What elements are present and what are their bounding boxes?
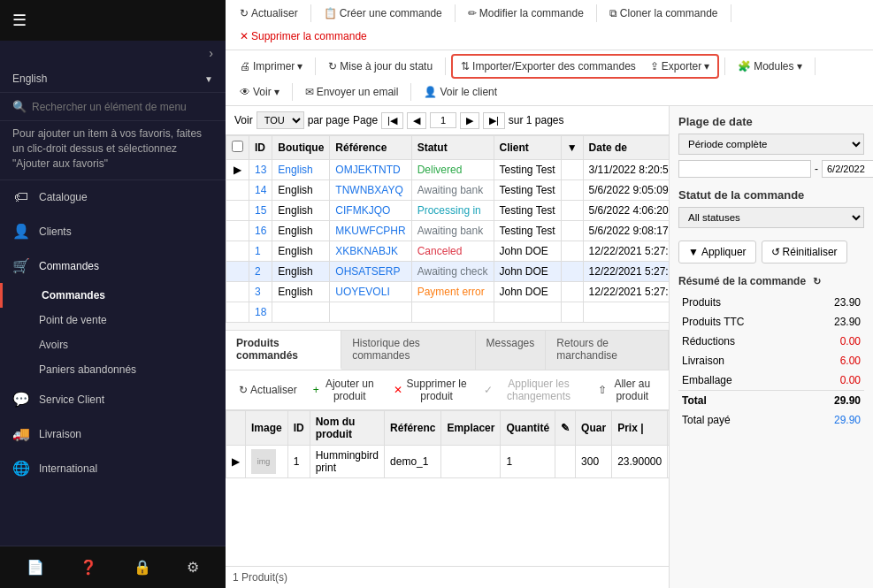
voir-client-button[interactable]: 👤 Voir le client <box>417 82 504 102</box>
actualiser-button[interactable]: ↻ Actualiser <box>233 4 305 23</box>
reinitialiser-button[interactable]: ↺ Réinitialiser <box>762 241 847 263</box>
import-export-group: ⇅ Importer/Exporter des commandes ⇪ Expo… <box>451 54 719 79</box>
sidebar-sub-avoirs[interactable]: Avoirs <box>0 332 226 357</box>
statut-select[interactable]: All statuses <box>678 207 864 228</box>
prev-page-button[interactable]: ◀ <box>407 112 426 129</box>
table-row[interactable]: 18 <box>226 302 670 323</box>
summary-total-row: Total 29.90 <box>678 391 864 411</box>
document-icon[interactable]: 📄 <box>19 555 51 579</box>
mise-a-jour-button[interactable]: ↻ Mise à jour du statu <box>321 57 440 76</box>
aller-produit-button[interactable]: ⇧ Aller au produit <box>592 375 662 405</box>
tab-historique-commandes[interactable]: Historique des commandes <box>341 331 475 370</box>
summary-row: Réductions 0.00 <box>678 332 864 351</box>
imprimer-button[interactable]: 🖨 Imprimer ▾ <box>233 57 310 76</box>
sidebar-item-clients[interactable]: 👤 Clients <box>0 214 226 248</box>
expand-icon[interactable]: ▶ <box>234 164 241 176</box>
boutique-cell: English <box>278 225 312 237</box>
table-row[interactable]: 1 English XKBKNABJK Canceled John DOE 12… <box>226 241 670 262</box>
product-ref-cell: demo_1 <box>385 446 441 478</box>
hamburger-icon[interactable]: ☰ <box>12 11 27 30</box>
sidebar-item-label: Commandes <box>39 260 99 272</box>
select-all-checkbox[interactable] <box>232 141 243 152</box>
tab-produits-commandes[interactable]: Produits commandés <box>226 331 341 370</box>
order-id-link[interactable]: 14 <box>255 184 266 196</box>
first-page-button[interactable]: |◀ <box>381 112 403 129</box>
voir-button[interactable]: 👁 Voir ▾ <box>233 82 287 102</box>
sidebar-sub-commandes[interactable]: Commandes <box>0 283 226 308</box>
order-id-link[interactable]: 1 <box>255 245 261 257</box>
separator <box>445 57 446 75</box>
supprimer-produit-button[interactable]: ✕ Supprimer le produit <box>387 375 475 405</box>
creer-commande-button[interactable]: 📋 Créer une commande <box>317 4 449 23</box>
products-table-container: Image ID Nom du produit Référenc Emplace… <box>226 410 669 566</box>
periode-select[interactable]: Période complète <box>678 134 864 155</box>
order-id-link[interactable]: 18 <box>255 306 266 318</box>
next-page-button[interactable]: ▶ <box>460 112 479 129</box>
table-row[interactable]: 2 English OHSATSERP Awaiting check John … <box>226 262 670 282</box>
sidebar-item-commandes[interactable]: 🛒 Commandes <box>0 248 226 283</box>
sidebar-item-service-client[interactable]: 💬 Service Client <box>0 382 226 416</box>
sidebar-header: ☰ <box>0 0 226 41</box>
sidebar-item-livraison[interactable]: 🚚 Livraison <box>0 416 226 451</box>
per-page-select[interactable]: TOU <box>257 111 304 129</box>
filter-icon[interactable]: ▼ <box>561 136 583 160</box>
client-cell: John DOE <box>500 286 548 298</box>
date-cell: 5/6/2022 9:05:09 AM <box>589 184 669 196</box>
modules-button[interactable]: 🧩 Modules ▾ <box>731 57 808 76</box>
appliquer-changements-button[interactable]: ✓ Appliquer les changements <box>478 375 587 405</box>
sidebar-sub-point-de-vente[interactable]: Point de vente <box>0 308 226 332</box>
envoyer-email-button[interactable]: ✉ Envoyer un email <box>298 82 406 102</box>
cloner-commande-button[interactable]: ⧉ Cloner la commande <box>602 4 725 23</box>
supprimer-commande-button[interactable]: ✕ Supprimer la commande <box>233 27 374 46</box>
order-id-link[interactable]: 2 <box>255 265 261 278</box>
product-actualiser-button[interactable]: ↻ Actualiser <box>233 381 303 399</box>
search-input[interactable] <box>32 101 213 113</box>
status-cell: Delivered <box>417 164 463 176</box>
reference-cell[interactable]: UOYEVOLI <box>335 286 389 298</box>
order-id-link[interactable]: 13 <box>255 164 266 176</box>
tab-retours-marchandise[interactable]: Retours de marchandise <box>546 331 669 370</box>
order-id-link[interactable]: 16 <box>255 225 266 237</box>
date-from-input[interactable] <box>678 160 811 178</box>
chevron-icon[interactable]: › <box>209 46 213 60</box>
reference-cell[interactable]: OMJEKTNTD <box>335 164 400 176</box>
last-page-button[interactable]: ▶| <box>483 112 505 129</box>
resume-refresh-icon[interactable]: ↻ <box>813 276 821 286</box>
status-cell: Awaiting bank <box>417 184 484 196</box>
appliquer-button[interactable]: ▼ Appliquer <box>678 241 756 263</box>
table-row[interactable]: 16 English MKUWFCPHR Awaiting bank Testi… <box>226 221 670 241</box>
table-row[interactable]: 3 English UOYEVOLI Payment error John DO… <box>226 282 670 302</box>
importer-exporter-button[interactable]: ⇅ Importer/Exporter des commandes <box>454 57 643 76</box>
date-to-input[interactable] <box>822 160 873 178</box>
reference-cell[interactable]: MKUWFCPHR <box>335 225 405 237</box>
reference-cell[interactable]: CIFMKJQO <box>335 204 390 217</box>
date-cell: 5/6/2022 4:06:20 PM <box>589 204 669 217</box>
sidebar-language[interactable]: English ▼ <box>0 65 226 93</box>
sidebar-item-catalogue[interactable]: 🏷 Catalogue <box>0 180 226 214</box>
order-id-link[interactable]: 3 <box>255 286 261 298</box>
table-row[interactable]: ▶ 13 English OMJEKTNTD Delivered Testing… <box>226 160 670 180</box>
import-export-icon: ⇅ <box>461 60 470 73</box>
view-icon: 👁 <box>240 86 250 98</box>
product-row[interactable]: ▶ img 1 Hummingbird print demo_1 1 300 2 <box>226 446 670 478</box>
boutique-cell: English <box>278 184 312 196</box>
ajouter-produit-button[interactable]: + Ajouter un produit <box>307 375 384 405</box>
boutique-cell: English <box>278 245 312 257</box>
reference-cell[interactable]: OHSATSERP <box>335 265 400 278</box>
page-input[interactable] <box>430 112 456 128</box>
order-id-link[interactable]: 15 <box>255 204 266 217</box>
reference-cell[interactable]: TNWNBXAYQ <box>335 184 402 196</box>
lock-icon[interactable]: 🔒 <box>126 555 158 579</box>
help-icon[interactable]: ❓ <box>73 555 104 579</box>
reference-cell[interactable]: XKBKNABJK <box>335 245 398 257</box>
exporter-button[interactable]: ⇪ Exporter ▾ <box>643 57 716 76</box>
tab-messages[interactable]: Messages <box>476 331 547 370</box>
table-row[interactable]: 15 English CIFMKJQO Processing in Testin… <box>226 201 670 221</box>
settings-icon[interactable]: ⚙ <box>180 555 206 579</box>
expand-icon[interactable]: ▶ <box>232 455 240 468</box>
table-row[interactable]: 14 English TNWNBXAYQ Awaiting bank Testi… <box>226 180 670 201</box>
modifier-commande-button[interactable]: ✏ Modifier la commande <box>461 4 591 23</box>
sidebar-item-international[interactable]: 🌐 International <box>0 451 226 485</box>
date-cell: 12/22/2021 5:27:47 PM <box>589 265 669 278</box>
sidebar-sub-paniers[interactable]: Paniers abandonnés <box>0 357 226 382</box>
